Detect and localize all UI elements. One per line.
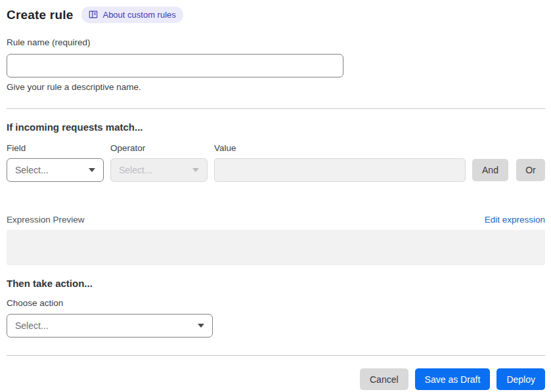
save-as-draft-button[interactable]: Save as Draft [415, 368, 491, 390]
deploy-button[interactable]: Deploy [496, 368, 545, 390]
field-select[interactable]: Select... [7, 158, 104, 182]
about-custom-rules-link[interactable]: About custom rules [81, 7, 183, 23]
page-title: Create rule [7, 8, 73, 22]
rule-name-block: Rule name (required) Give your rule a de… [7, 37, 545, 92]
field-column: Field Select... [7, 142, 104, 182]
expression-preview-box [7, 230, 545, 265]
chevron-down-icon [198, 324, 204, 328]
value-column: Value [214, 142, 466, 182]
field-select-value: Select... [15, 165, 49, 175]
operator-label: Operator [110, 142, 208, 154]
operator-select[interactable]: Select... [110, 158, 208, 182]
choose-action-select[interactable]: Select... [7, 314, 213, 338]
rule-name-input[interactable] [7, 54, 343, 77]
edit-expression-link[interactable]: Edit expression [485, 215, 545, 225]
create-rule-page: Create rule About custom rules Rule name… [0, 0, 551, 392]
chevron-down-icon [192, 168, 199, 172]
operator-column: Operator Select... [110, 142, 208, 182]
value-input[interactable] [214, 158, 466, 182]
value-label: Value [214, 142, 466, 154]
match-row: Field Select... Operator Select... Value… [7, 142, 545, 182]
rule-name-helper: Give your rule a descriptive name. [7, 82, 545, 92]
and-button[interactable]: And [472, 159, 508, 181]
divider-bottom [7, 355, 545, 356]
footer-actions: Cancel Save as Draft Deploy [7, 368, 545, 390]
rule-name-label: Rule name (required) [7, 37, 545, 49]
action-section-heading: Then take action... [7, 278, 545, 289]
operator-select-value: Select... [119, 165, 152, 175]
chevron-down-icon [89, 168, 95, 172]
and-or-group: And Or [472, 159, 545, 182]
divider-top [7, 108, 545, 109]
title-row: Create rule About custom rules [7, 7, 545, 23]
field-label: Field [7, 142, 104, 154]
or-button[interactable]: Or [516, 159, 545, 181]
match-section-heading: If incoming requests match... [7, 121, 545, 133]
expression-preview-label: Expression Preview [7, 215, 85, 225]
expression-preview-header: Expression Preview Edit expression [7, 215, 545, 225]
book-icon [89, 10, 98, 19]
choose-action-select-value: Select... [15, 320, 49, 331]
cancel-button[interactable]: Cancel [360, 368, 408, 390]
about-custom-rules-label: About custom rules [102, 11, 175, 19]
choose-action-label: Choose action [7, 297, 545, 309]
